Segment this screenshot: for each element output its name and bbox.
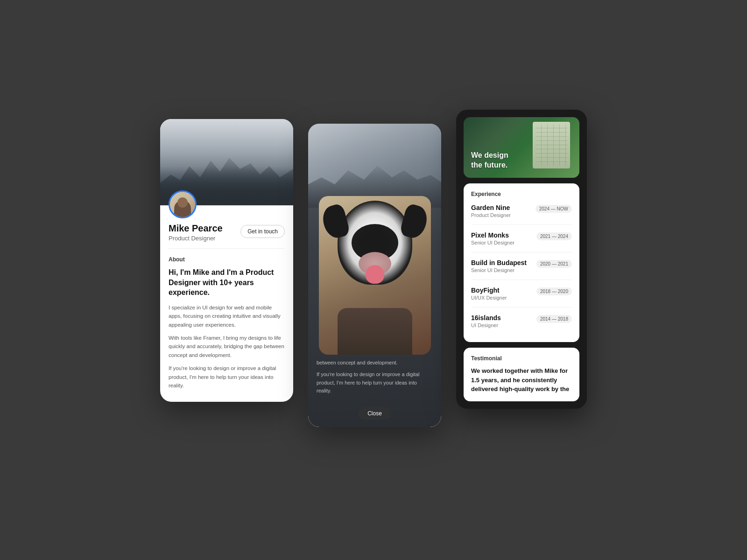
exp-role-4: UI Designer	[471, 322, 501, 328]
top-bar	[308, 124, 441, 208]
card-right-outer: We design the future. Experience Garden …	[456, 110, 587, 409]
dog-tongue	[366, 265, 384, 284]
get-in-touch-button[interactable]: Get in touch	[240, 225, 285, 238]
card-left: Mike Pearce Product Designer Get in touc…	[160, 119, 293, 402]
bottom-text-1: between concept and development.	[317, 359, 433, 367]
person-feet	[338, 308, 412, 355]
site-preview-building	[533, 122, 570, 168]
experience-label: Experience	[471, 191, 572, 197]
exp-item-4: 16islands UI Designer 2014 — 2018	[471, 314, 572, 335]
bg-panel: Close between concept and development. I…	[308, 124, 441, 427]
exp-item-3: BoyFight UI/UX Designer 2018 — 2020	[471, 287, 572, 308]
avatar-wrapper	[160, 190, 293, 218]
testimonial-label: Testimonial	[471, 355, 572, 362]
exp-company-0: Garden Nine	[471, 204, 511, 211]
close-button[interactable]: Close	[358, 407, 391, 420]
site-preview-text: We design the future.	[471, 151, 508, 170]
dog-photo	[319, 196, 431, 355]
testimonial-text: We worked together with Mike for 1.5 yea…	[471, 366, 572, 394]
profile-header: Mike Pearce Product Designer Get in touc…	[160, 223, 293, 248]
site-preview: We design the future.	[464, 117, 579, 178]
exp-company-2: Build in Budapest	[471, 259, 527, 266]
profile-title: Product Designer	[169, 235, 223, 242]
exp-period-1: 2021 — 2024	[536, 232, 572, 240]
about-section: About Hi, I'm Mike and I'm a Product Des…	[160, 249, 293, 402]
exp-period-2: 2020 — 2021	[536, 260, 572, 268]
profile-info: Mike Pearce Product Designer	[169, 223, 223, 242]
about-text-1: I specialize in UI design for web and mo…	[169, 303, 285, 329]
exp-item-2: Build in Budapest Senior UI Designer 202…	[471, 259, 572, 280]
exp-period-4: 2014 — 2018	[536, 315, 572, 323]
about-heading: Hi, I'm Mike and I'm a Product Designer …	[169, 267, 285, 298]
exp-period-0: 2024 — NOW	[536, 205, 572, 213]
exp-role-3: UI/UX Designer	[471, 295, 507, 301]
exp-role-1: Senior UI Designer	[471, 240, 514, 245]
bottom-text-area: between concept and development. If you'…	[317, 359, 433, 399]
exp-item-0: Garden Nine Product Designer 2024 — NOW	[471, 204, 572, 225]
profile-name: Mike Pearce	[169, 223, 223, 234]
about-text-3: If you're looking to design or improve a…	[169, 364, 285, 390]
exp-role-2: Senior UI Designer	[471, 267, 527, 273]
exp-item-1: Pixel Monks Senior UI Designer 2021 — 20…	[471, 231, 572, 252]
exp-role-0: Product Designer	[471, 212, 511, 218]
screens-container: Mike Pearce Product Designer Get in touc…	[160, 119, 587, 422]
bottom-text-2: If you're looking to design or improve a…	[317, 371, 433, 395]
card-right-wrapper: We design the future. Experience Garden …	[456, 110, 587, 409]
exp-company-3: BoyFight	[471, 287, 507, 294]
about-text-2: With tools like Framer, I bring my desig…	[169, 334, 285, 359]
exp-company-1: Pixel Monks	[471, 231, 514, 239]
dog-ear-left	[319, 203, 350, 241]
dog-ear-right	[399, 203, 430, 241]
avatar	[169, 190, 197, 218]
exp-company-4: 16islands	[471, 314, 501, 322]
experience-panel: Experience Garden Nine Product Designer …	[464, 183, 579, 342]
card-middle: Close between concept and development. I…	[308, 124, 441, 427]
testimonial-section: Testimonial We worked together with Mike…	[464, 348, 579, 401]
about-label: About	[169, 256, 285, 263]
exp-period-3: 2018 — 2020	[536, 287, 572, 295]
